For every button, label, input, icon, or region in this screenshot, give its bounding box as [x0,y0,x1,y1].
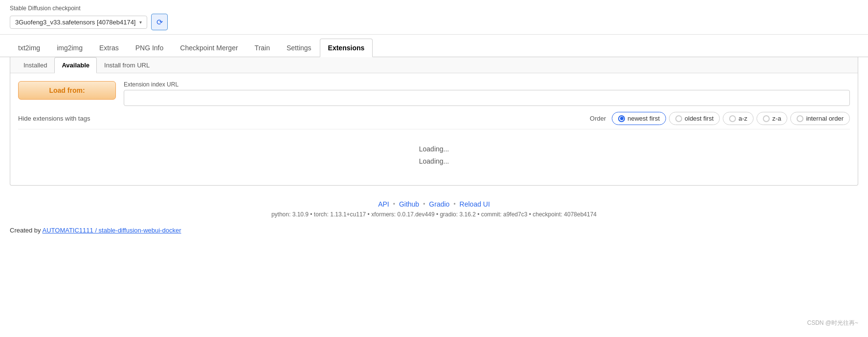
dot-1: • [393,201,395,208]
footer-gradio-link[interactable]: Gradio [429,200,449,208]
available-content: Load from: Extension index URL Hide exte… [10,73,858,185]
extension-url-section: Extension index URL [124,81,850,106]
order-internal[interactable]: internal order [790,112,850,125]
extension-index-url-label: Extension index URL [124,81,850,88]
tab-train[interactable]: Train [246,39,278,57]
checkpoint-row: 3Guofeng3_v33.safetensors [4078eb4174] ▾… [10,14,858,30]
divider [18,129,850,129]
radio-internal-indicator [797,115,803,122]
footer-info: python: 3.10.9 • torch: 1.13.1+cu117 • x… [10,211,858,218]
extensions-panel: Installed Available Install from URL Loa… [10,57,858,186]
order-internal-label: internal order [806,115,844,122]
footer-api-link[interactable]: API [378,200,389,208]
sub-tabs: Installed Available Install from URL [10,57,858,73]
top-bar: Stable Diffusion checkpoint 3Guofeng3_v3… [0,0,868,35]
radio-oldest-first-indicator [675,115,682,122]
radio-newest-first-indicator [618,115,625,122]
checkpoint-value: 3Guofeng3_v33.safetensors [4078eb4174] [15,19,135,26]
radio-a-z-indicator [729,115,736,122]
chevron-down-icon: ▾ [139,20,142,25]
order-z-a[interactable]: z-a [757,112,787,125]
dot-3: • [453,201,455,208]
footer-github-link[interactable]: Github [399,200,419,208]
refresh-icon: ⟳ [156,18,163,27]
tab-checkpoint-merger[interactable]: Checkpoint Merger [172,39,246,57]
created-by: Created by AUTOMATIC1111 / stable-diffus… [0,223,868,238]
sub-tab-available[interactable]: Available [54,57,97,73]
order-z-a-label: z-a [772,115,781,122]
tab-png-info[interactable]: PNG Info [127,39,172,57]
created-by-link[interactable]: AUTOMATIC1111 / stable-diffusion-webui-d… [43,227,181,234]
loading-area: Loading... Loading... [18,133,850,177]
sub-tab-installed[interactable]: Installed [16,57,54,73]
tab-img2img[interactable]: img2img [48,39,91,57]
hide-tags-label: Hide extensions with tags [18,115,90,122]
tab-extensions[interactable]: Extensions [320,39,373,57]
footer-reload-ui-link[interactable]: Reload UI [460,200,490,208]
main-tabs: txt2img img2img Extras PNG Info Checkpoi… [0,39,868,57]
dot-2: • [423,201,425,208]
order-oldest-first[interactable]: oldest first [669,112,720,125]
order-oldest-first-label: oldest first [685,115,713,122]
loading-line-1: Loading... [28,143,840,155]
checkpoint-select[interactable]: 3Guofeng3_v33.safetensors [4078eb4174] ▾ [10,16,147,29]
created-by-prefix: Created by [10,227,43,234]
loading-line-2: Loading... [28,155,840,168]
order-section: Order newest first oldest first a-z z-a [590,112,850,125]
order-newest-first[interactable]: newest first [612,112,666,125]
refresh-checkpoint-button[interactable]: ⟳ [151,14,168,30]
checkpoint-label: Stable Diffusion checkpoint [10,5,858,12]
tab-extras[interactable]: Extras [91,39,127,57]
top-controls-row: Load from: Extension index URL [18,81,850,106]
tab-txt2img[interactable]: txt2img [10,39,48,57]
extension-index-url-input[interactable] [124,90,850,106]
tab-settings[interactable]: Settings [278,39,320,57]
order-newest-first-label: newest first [627,115,660,122]
filter-row: Hide extensions with tags Order newest f… [18,112,850,125]
sub-tab-install-url[interactable]: Install from URL [97,57,157,73]
radio-z-a-indicator [763,115,770,122]
order-a-z-label: a-z [738,115,747,122]
order-a-z[interactable]: a-z [723,112,754,125]
footer: API • Github • Gradio • Reload UI python… [0,195,868,223]
load-from-button[interactable]: Load from: [18,81,116,100]
footer-links: API • Github • Gradio • Reload UI [10,200,858,208]
order-label: Order [590,115,606,122]
